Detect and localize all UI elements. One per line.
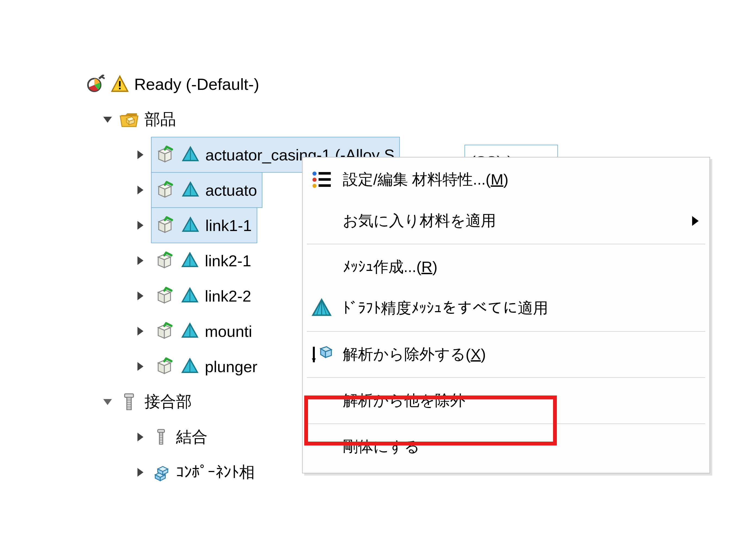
expand-caret-icon[interactable] [135, 326, 146, 337]
svg-line-2 [101, 76, 105, 79]
solid-body-icon [154, 215, 176, 236]
tree-part-label: link2-1 [205, 251, 251, 270]
solid-body-icon [154, 180, 176, 201]
submenu-arrow-icon [692, 216, 699, 226]
component-contact-icon [151, 462, 171, 482]
expand-caret-icon[interactable] [103, 396, 113, 407]
tree-part-label: link2-2 [205, 287, 251, 305]
tree-joint-component-label: ｺﾝﾎﾟｰﾈﾝﾄ相 [176, 462, 255, 483]
svg-rect-13 [158, 429, 164, 432]
menu-apply-favorite-material[interactable]: お気に入り材料を適用 [303, 200, 710, 242]
menu-edit-material-label: 設定/編集 材料特性...(M) [343, 169, 699, 190]
solid-body-icon [154, 356, 175, 377]
svg-point-22 [312, 178, 316, 182]
blank-icon [308, 207, 335, 235]
menu-separator [307, 331, 705, 332]
tree-joint-bonded-label: 結合 [176, 426, 208, 448]
study-icon [86, 75, 105, 94]
menu-create-mesh[interactable]: ﾒｯｼｭ作成...(R) [303, 246, 710, 288]
expand-caret-icon[interactable] [135, 255, 146, 266]
list-icon [308, 166, 335, 193]
svg-point-23 [312, 184, 316, 188]
tetra-mesh-icon [308, 295, 335, 322]
expand-caret-icon[interactable] [135, 220, 146, 231]
warning-icon [110, 75, 129, 94]
tree-part-label: mounti [205, 322, 252, 340]
tetra-mesh-icon [180, 180, 201, 200]
tetra-mesh-icon [180, 356, 200, 376]
solid-body-icon [154, 144, 176, 165]
expand-caret-icon[interactable] [135, 185, 146, 195]
exclude-icon [308, 341, 335, 368]
tetra-mesh-icon [180, 321, 200, 341]
expand-caret-icon[interactable] [135, 290, 146, 301]
svg-rect-4 [119, 88, 121, 89]
bolt-icon [119, 391, 139, 412]
menu-exclude-from-analysis[interactable]: 解析から除外する(X) [303, 334, 710, 375]
expand-caret-icon[interactable] [135, 149, 146, 160]
tetra-mesh-icon [180, 215, 201, 235]
expand-caret-icon[interactable] [135, 467, 146, 478]
menu-separator [307, 244, 705, 244]
tree-joints-label: 接合部 [145, 391, 192, 412]
solid-body-icon [154, 250, 175, 271]
tree-parts-folder[interactable]: 部品 [81, 102, 400, 137]
svg-rect-24 [319, 172, 331, 175]
tree-parts-label: 部品 [145, 109, 176, 130]
expand-caret-icon[interactable] [135, 432, 146, 443]
svg-rect-3 [119, 81, 121, 86]
tetra-mesh-icon [180, 286, 200, 306]
menu-edit-material[interactable]: 設定/編集 材料特性...(M) [303, 159, 710, 200]
tree-root-label: Ready (-Default-) [134, 75, 259, 94]
expand-caret-icon[interactable] [135, 361, 146, 372]
menu-separator [307, 377, 705, 378]
menu-exclude-label: 解析から除外する(X) [343, 344, 699, 365]
svg-rect-25 [319, 178, 331, 181]
solid-body-icon [154, 321, 175, 342]
menu-apply-favorite-label: お気に入り材料を適用 [343, 211, 685, 231]
bolt-small-icon [151, 427, 171, 447]
tree-part-label: actuato [205, 181, 257, 199]
tree-part-label: plunger [205, 357, 257, 376]
menu-draft-mesh-all-label: ﾄﾞﾗﾌﾄ精度ﾒｯｼｭをすべてに適用 [343, 298, 699, 319]
svg-point-21 [312, 171, 316, 176]
menu-draft-mesh-all[interactable]: ﾄﾞﾗﾌﾄ精度ﾒｯｼｭをすべてに適用 [303, 288, 710, 329]
annotation-highlight [304, 396, 557, 446]
tetra-mesh-icon [180, 250, 200, 271]
menu-create-mesh-label: ﾒｯｼｭ作成...(R) [343, 257, 699, 277]
solid-body-icon [154, 285, 175, 306]
tree-part-label: link1-1 [205, 216, 252, 235]
svg-rect-26 [319, 184, 331, 187]
expand-caret-icon[interactable] [103, 114, 113, 125]
blank-icon [308, 254, 335, 281]
tree-root-row[interactable]: Ready (-Default-) [81, 66, 400, 102]
svg-rect-5 [125, 394, 134, 397]
parts-folder-icon [119, 109, 139, 130]
tetra-mesh-icon [180, 145, 201, 165]
